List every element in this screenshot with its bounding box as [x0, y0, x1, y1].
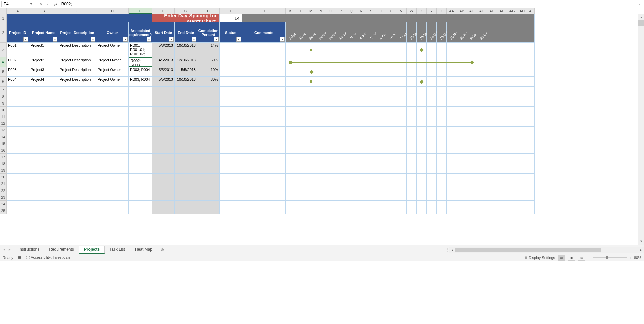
empty-cell[interactable] [346, 127, 356, 133]
empty-cell[interactable] [517, 174, 527, 180]
empty-cell[interactable] [29, 154, 58, 160]
empty-cell[interactable] [96, 174, 129, 180]
gantt-cell[interactable] [487, 77, 497, 87]
empty-cell[interactable] [29, 100, 58, 107]
empty-cell[interactable] [507, 127, 517, 133]
empty-cell[interactable] [346, 154, 356, 160]
gantt-cell[interactable] [457, 77, 467, 87]
row-header-10[interactable]: 10 [0, 107, 6, 113]
empty-cell[interactable] [477, 167, 487, 174]
row-header-13[interactable]: 13 [0, 127, 6, 133]
empty-cell[interactable] [306, 140, 316, 147]
empty-cell[interactable] [507, 194, 517, 201]
empty-cell[interactable] [336, 207, 346, 214]
row-header-11[interactable]: 11 [0, 113, 6, 120]
empty-cell[interactable] [220, 207, 242, 214]
empty-cell[interactable] [58, 194, 96, 201]
empty-cell[interactable] [527, 100, 535, 107]
column-header-AG[interactable]: AG [507, 8, 517, 14]
empty-cell[interactable] [417, 187, 427, 194]
empty-cell[interactable] [175, 133, 197, 140]
row-header-17[interactable]: 17 [0, 154, 6, 160]
empty-cell[interactable] [316, 187, 326, 194]
empty-cell[interactable] [407, 174, 417, 180]
empty-cell[interactable] [477, 180, 487, 187]
empty-cell[interactable] [29, 194, 58, 201]
empty-cell[interactable] [366, 120, 376, 127]
empty-cell[interactable] [286, 180, 296, 187]
empty-cell[interactable] [296, 194, 306, 201]
empty-cell[interactable] [407, 201, 417, 207]
day-spacing-label[interactable]: Enter Day Spacing for Gantt Chart: [152, 14, 220, 22]
empty-cell[interactable] [527, 201, 535, 207]
empty-cell[interactable] [427, 167, 437, 174]
empty-cell[interactable] [336, 87, 346, 93]
empty-cell[interactable] [96, 194, 129, 201]
data-cell[interactable]: R003; R004 [129, 77, 152, 87]
column-header-AE[interactable]: AE [487, 8, 497, 14]
empty-cell[interactable] [477, 107, 487, 113]
empty-cell[interactable] [376, 133, 386, 140]
filter-button[interactable]: ▼ [280, 37, 285, 42]
empty-cell[interactable] [96, 167, 129, 174]
empty-cell[interactable] [7, 201, 29, 207]
empty-cell[interactable] [175, 154, 197, 160]
empty-cell[interactable] [396, 100, 407, 107]
empty-cell[interactable] [417, 140, 427, 147]
empty-cell[interactable] [457, 100, 467, 107]
empty-cell[interactable] [356, 194, 366, 201]
empty-cell[interactable] [286, 160, 296, 167]
empty-cell[interactable] [366, 201, 376, 207]
empty-cell[interactable] [286, 107, 296, 113]
empty-cell[interactable] [152, 207, 175, 214]
empty-cell[interactable] [376, 87, 386, 93]
empty-cell[interactable] [220, 87, 242, 93]
empty-cell[interactable] [296, 174, 306, 180]
empty-cell[interactable] [427, 87, 437, 93]
empty-cell[interactable] [220, 160, 242, 167]
gantt-cell[interactable] [487, 43, 497, 57]
empty-cell[interactable] [296, 201, 306, 207]
empty-cell[interactable] [517, 201, 527, 207]
empty-cell[interactable] [447, 100, 457, 107]
empty-cell[interactable] [396, 167, 407, 174]
data-cell[interactable]: Project4 [29, 77, 58, 87]
date-header-27[interactable]: 25-Nov-13 [457, 22, 467, 43]
data-cell[interactable] [220, 77, 242, 87]
empty-cell[interactable] [242, 154, 286, 160]
empty-cell[interactable] [220, 127, 242, 133]
empty-cell[interactable] [336, 194, 346, 201]
empty-cell[interactable] [286, 174, 296, 180]
gantt-cell[interactable] [296, 77, 306, 87]
empty-cell[interactable] [152, 194, 175, 201]
empty-cell[interactable] [396, 140, 407, 147]
empty-cell[interactable] [517, 133, 527, 140]
empty-cell[interactable] [326, 133, 336, 140]
gantt-cell[interactable] [467, 43, 477, 57]
empty-cell[interactable] [29, 113, 58, 120]
data-cell[interactable]: Project Description [58, 57, 96, 67]
empty-cell[interactable] [346, 174, 356, 180]
empty-cell[interactable] [417, 133, 427, 140]
empty-cell[interactable] [356, 93, 366, 100]
empty-cell[interactable] [366, 100, 376, 107]
empty-cell[interactable] [306, 147, 316, 154]
empty-cell[interactable] [487, 133, 497, 140]
empty-cell[interactable] [152, 167, 175, 174]
view-page-break-button[interactable]: ▤ [578, 255, 585, 261]
data-cell[interactable] [242, 67, 286, 77]
empty-cell[interactable] [467, 87, 477, 93]
gantt-cell[interactable] [427, 77, 437, 87]
empty-cell[interactable] [467, 180, 477, 187]
empty-cell[interactable] [152, 127, 175, 133]
data-cell[interactable]: Project2 [29, 57, 58, 67]
zoom-slider-thumb[interactable] [606, 256, 608, 259]
empty-cell[interactable] [346, 107, 356, 113]
empty-cell[interactable] [507, 180, 517, 187]
data-cell[interactable]: Project Description [58, 77, 96, 87]
empty-cell[interactable] [296, 127, 306, 133]
scroll-thumb-h[interactable] [455, 248, 601, 252]
empty-cell[interactable] [286, 133, 296, 140]
empty-cell[interactable] [497, 127, 507, 133]
row1-grey-block[interactable] [242, 14, 535, 22]
